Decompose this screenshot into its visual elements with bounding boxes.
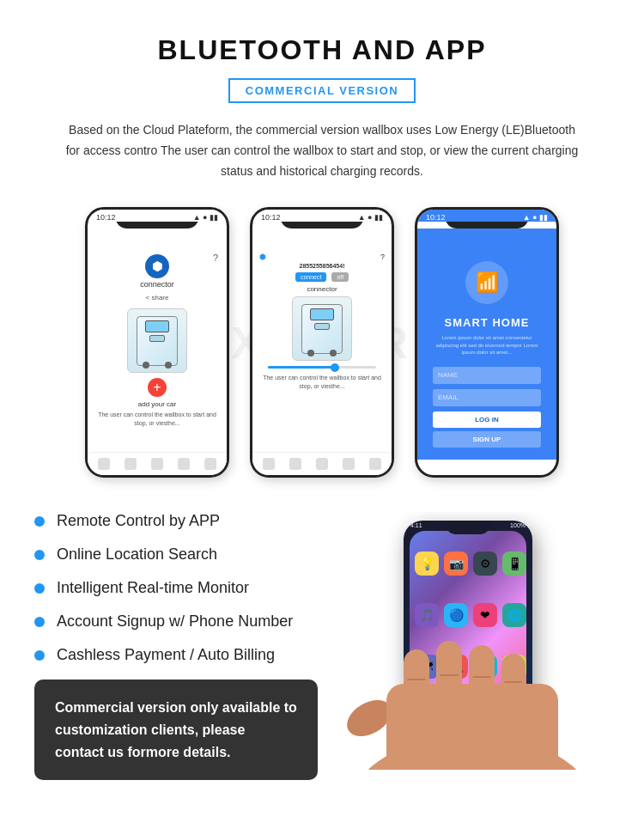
feature-text-1: Online Location Search [57,545,217,564]
hp-time: 4:11 [410,522,422,528]
p3-name-input[interactable]: NAME [433,367,541,384]
phone-mockup-3: 10:12 ▲ ● ▮▮ 📶 SMART HOME Lorem ipsum do… [415,207,559,478]
bullet-3 [34,617,45,627]
nav-heart[interactable] [178,458,190,470]
signal-3: ▲ ● ▮▮ [523,213,548,222]
nav-search[interactable] [125,458,137,470]
feature-item-3: Account Signup w/ Phone Number [34,613,318,631]
time-3: 10:12 [426,213,446,222]
features-section: Remote Control by APP Online Location Se… [34,512,610,780]
email-placeholder: EMAIL [438,393,459,401]
off-btn[interactable]: off [331,272,349,282]
bullet-4 [34,650,45,661]
add-car-label: add your car [94,400,220,408]
nav-user-2[interactable] [316,458,328,470]
desc-text-1: The user can control the wallbox to star… [94,411,220,428]
app-icon-8: 🌐 [502,603,526,627]
charger-image-1 [127,308,187,373]
help-icon-1: ? [213,253,218,263]
share-label-1: < share [94,294,220,302]
nav-menu-2[interactable] [369,458,381,470]
slider-area[interactable] [259,366,385,369]
main-title: BLUETOOTH AND APP [34,34,610,66]
smart-home-label: SMART HOME [426,316,548,329]
wheel-left [143,362,149,369]
nav-home-2[interactable] [263,458,275,470]
wifi-symbol: 📶 [476,271,499,294]
hand-svg [335,632,610,770]
slider-fill [268,366,333,369]
feature-item-1: Online Location Search [34,545,318,564]
feature-item-0: Remote Control by APP [34,512,318,530]
version-badge: COMMERCIAL VERSION [228,78,416,103]
notice-box: Commercial version only available to cus… [34,680,318,780]
wifi-icon-circle: 📶 [465,261,508,304]
nav-home[interactable] [98,458,110,470]
feature-text-3: Account Signup w/ Phone Number [57,613,293,631]
bullet-2 [34,583,45,594]
charger-image-2 [292,296,352,361]
desc-text-2: The user can control the wallbox to star… [259,374,385,391]
svg-rect-3 [404,649,429,718]
name-placeholder: NAME [438,371,458,379]
signal-2: ▲ ● ▮▮ [358,213,383,222]
bluetooth-icon-1: ⬢ [145,254,169,278]
nav-user[interactable] [151,458,163,470]
notice-text: Commercial version only available to cus… [55,700,297,759]
app-icon-4: 📱 [502,552,526,576]
app-icon-1: 💡 [415,552,439,576]
app-icon-3: ⚙ [473,552,497,576]
p2-code: 2855255856454! [259,263,385,269]
badge-wrapper: COMMERCIAL VERSION [34,78,610,103]
signal-1: ▲ ● ▮▮ [193,213,218,222]
bullet-1 [34,550,45,560]
screen-3-blue: 📶 SMART HOME Lorem ipsum dolor sit amet … [417,229,556,459]
p2-bluetooth-label: ⬢ [259,253,266,261]
app-icon-2: 📷 [444,552,468,576]
bottom-nav-1 [88,452,227,475]
hand-phone-illustration: 4:11 100% 💡 📷 ⚙ 📱 🎵 🔵 ❤ 🌐 🗺 📞 [335,512,610,770]
wheel-right [165,362,172,369]
feature-text-2: Intelligent Real-time Monitor [57,579,249,597]
app-icon-7: ❤ [473,603,497,627]
phone-mockup-1: 10:12 ▲ ● ▮▮ ? ⬢ connector < share [85,207,229,478]
bottom-nav-2 [252,452,392,475]
app-icon-5: 🎵 [415,603,439,627]
connector-label-2: connector [259,285,385,293]
feature-text-0: Remote Control by APP [57,512,220,530]
feature-text-4: Cashless Payment / Auto Billing [57,646,275,664]
charger-screen [145,320,169,332]
p3-sub-text: Lorem ipsum dolor sit amet consectetur a… [426,334,548,356]
p3-email-input[interactable]: EMAIL [433,389,541,406]
app-icon-6: 🔵 [444,603,468,627]
connector-label-1: connector [94,280,220,289]
login-button[interactable]: LOG IN [433,411,541,428]
hp-notch [447,521,489,534]
toggle-row: connect off [259,272,385,282]
time-2: 10:12 [261,213,281,222]
features-list: Remote Control by APP Online Location Se… [34,512,335,780]
nav-heart-2[interactable] [343,458,355,470]
nav-menu[interactable] [204,458,216,470]
status-bar-3: 10:12 ▲ ● ▮▮ [417,210,556,222]
screen-1: ? ⬢ connector < share + add your car The… [88,229,227,452]
page-wrapper: BLUETOOTH AND APP COMMERCIAL VERSION Bas… [0,0,644,835]
p2-header: ⬢ ? [259,249,385,263]
connect-btn[interactable]: connect [295,272,327,282]
hp-battery: 100% [510,522,526,528]
bullet-0 [34,516,45,527]
slider-track [268,366,376,369]
add-button-1[interactable]: + [148,378,167,397]
signup-button[interactable]: SIGN UP [433,431,541,448]
slider-thumb [331,363,339,372]
status-bar-2: 10:12 ▲ ● ▮▮ [252,210,392,222]
description-text: Based on the Cloud Plateform, the commer… [34,120,610,181]
nav-search-2[interactable] [289,458,301,470]
phones-row: XOLAR 10:12 ▲ ● ▮▮ ? ⬢ connector < share [34,207,610,478]
status-bar-1: 10:12 ▲ ● ▮▮ [88,210,227,222]
phone-mockup-2: 10:12 ▲ ● ▮▮ ⬢ ? 2855255856454! connect … [250,207,394,478]
screen-2: ⬢ ? 2855255856454! connect off connector [252,229,392,452]
time-1: 10:12 [96,213,116,222]
p2-help: ? [380,253,385,261]
feature-item-2: Intelligent Real-time Monitor [34,579,318,597]
